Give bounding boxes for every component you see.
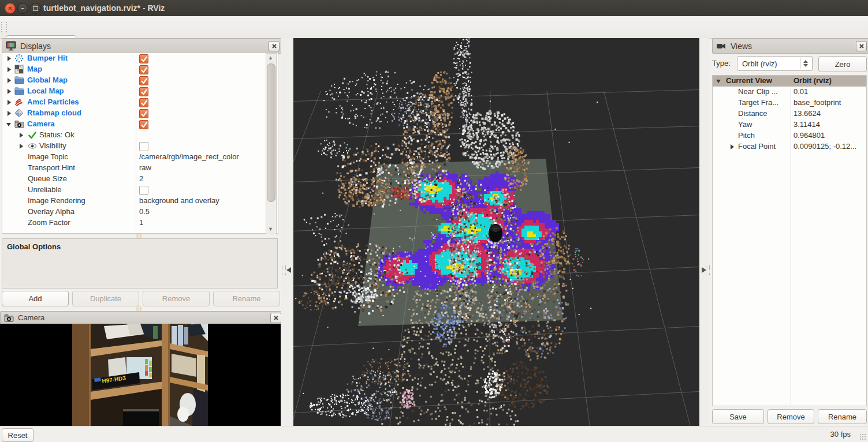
view-row-focal-point[interactable]: Focal Point0.0090125; -0.12... — [713, 141, 866, 152]
views-panel-title: Views — [731, 42, 752, 51]
display-row-local-map[interactable]: Local Map — [2, 86, 278, 97]
close-camera-icon[interactable] — [270, 313, 281, 323]
view-property-value[interactable]: 0.0090125; -0.12... — [794, 142, 856, 151]
views-panel-header[interactable]: Views — [712, 38, 868, 54]
global-options-label: Global Options — [7, 242, 61, 251]
property-row-queue-size[interactable]: Queue Size2 — [2, 174, 278, 185]
duplicate-display-button[interactable]: Duplicate — [72, 291, 139, 306]
view-property-value[interactable]: 3.11414 — [794, 120, 820, 129]
toolbar-grip[interactable] — [1, 22, 7, 32]
chevron-right-icon[interactable] — [6, 66, 12, 73]
property-value[interactable]: background and overlay — [139, 196, 219, 205]
property-label: Overlay Alpha — [28, 207, 74, 216]
maximize-window-button[interactable] — [30, 3, 41, 14]
scroll-up-icon[interactable]: ▲ — [268, 55, 273, 61]
scroll-down-icon[interactable]: ▼ — [268, 227, 273, 232]
save-view-button[interactable]: Save — [712, 409, 764, 424]
property-label: Unreliable — [28, 185, 62, 194]
display-row-camera[interactable]: Camera — [2, 119, 278, 130]
display-row-rtabmap-cloud[interactable]: Rtabmap cloud — [2, 108, 278, 119]
enabled-checkbox[interactable] — [139, 65, 148, 74]
display-label: Amcl Particles — [27, 98, 79, 106]
view-property-value[interactable]: 0.964801 — [794, 131, 825, 140]
chevron-down-icon[interactable] — [716, 78, 721, 84]
close-window-button[interactable]: ✕ — [5, 3, 16, 14]
view-row-yaw[interactable]: Yaw3.11414 — [713, 119, 866, 130]
property-row-zoom-factor[interactable]: Zoom Factor1 — [2, 218, 278, 229]
property-value[interactable]: 2 — [139, 174, 143, 183]
collapse-left-panel-icon[interactable] — [286, 267, 292, 274]
property-row-overlay-alpha[interactable]: Overlay Alpha0.5 — [2, 207, 278, 218]
enabled-checkbox[interactable] — [139, 98, 148, 107]
view-property-value[interactable]: Orbit (rviz) — [794, 76, 832, 85]
right-splitter[interactable] — [699, 38, 709, 426]
property-value[interactable]: raw — [139, 163, 151, 172]
view-type-select[interactable]: Orbit (rviz) — [737, 56, 813, 71]
chevron-right-icon[interactable] — [729, 144, 735, 150]
display-row-map[interactable]: Map — [2, 64, 278, 75]
chevron-right-icon[interactable] — [18, 132, 24, 138]
property-row-unreliable[interactable]: Unreliable — [2, 185, 278, 196]
property-label: Visibility — [39, 141, 66, 150]
chevron-right-icon[interactable] — [6, 77, 12, 84]
remove-view-button[interactable]: Remove — [768, 409, 814, 424]
property-value[interactable]: /camera/rgb/image_rect_color — [139, 152, 239, 161]
displays-column-separator[interactable] — [136, 54, 136, 233]
view-row-near-clip[interactable]: Near Clip ...0.01 — [713, 87, 866, 98]
property-value[interactable]: 0.5 — [139, 207, 150, 216]
left-splitter[interactable] — [281, 38, 293, 426]
add-display-button[interactable]: Add — [2, 291, 69, 306]
view-row-target-fra[interactable]: Target Fra...base_footprint — [713, 98, 866, 108]
chevron-right-icon[interactable] — [18, 143, 24, 149]
view-row-distance[interactable]: Distance13.6624 — [713, 108, 866, 119]
close-views-icon[interactable] — [856, 41, 867, 51]
scrollbar-thumb[interactable] — [267, 63, 275, 202]
displays-panel-title: Displays — [20, 42, 51, 51]
spinner-icons[interactable] — [800, 58, 810, 69]
displays-panel-header[interactable]: Displays — [2, 38, 282, 54]
view-property-value[interactable]: base_footprint — [794, 98, 841, 107]
views-column-separator[interactable] — [791, 87, 791, 404]
global-options-section[interactable]: Global Options — [2, 238, 278, 289]
remove-display-button[interactable]: Remove — [143, 291, 210, 306]
property-row-image-topic[interactable]: Image Topic/camera/rgb/image_rect_color — [2, 152, 278, 163]
enabled-checkbox[interactable] — [139, 109, 148, 118]
property-row-visibility[interactable]: Visibility — [2, 141, 278, 152]
view-row-pitch[interactable]: Pitch0.964801 — [713, 130, 866, 141]
property-value[interactable]: 1 — [139, 218, 143, 227]
view-property-value[interactable]: 13.6624 — [794, 109, 821, 118]
reset-button[interactable]: Reset — [2, 428, 33, 442]
zero-button[interactable]: Zero — [818, 56, 867, 72]
displays-icon — [6, 41, 16, 51]
camera-panel-header[interactable]: Camera — [0, 311, 284, 324]
enabled-checkbox[interactable] — [139, 87, 148, 96]
enabled-checkbox[interactable] — [139, 120, 148, 129]
view-row-current-view[interactable]: Current ViewOrbit (rviz) — [713, 76, 866, 87]
display-row-bumper-hit[interactable]: Bumper Hit — [2, 53, 278, 64]
rename-display-button[interactable]: Rename — [213, 291, 280, 306]
chevron-right-icon[interactable] — [6, 99, 12, 106]
property-row-status-ok[interactable]: Status: Ok — [2, 130, 278, 141]
enabled-checkbox[interactable] — [139, 76, 148, 85]
minimize-window-button[interactable]: − — [17, 3, 28, 14]
3d-viewport[interactable] — [293, 38, 699, 426]
chevron-down-icon[interactable] — [6, 121, 12, 128]
display-row-global-map[interactable]: Global Map — [2, 75, 278, 86]
property-row-image-rendering[interactable]: Image Renderingbackground and overlay — [2, 196, 278, 207]
unreliable-checkbox[interactable] — [139, 186, 148, 195]
resize-grip[interactable] — [859, 433, 866, 440]
chevron-right-icon[interactable] — [6, 55, 12, 62]
property-label: Zoom Factor — [28, 218, 70, 227]
close-displays-icon[interactable] — [269, 41, 280, 51]
property-row-transport-hint[interactable]: Transport Hintraw — [2, 163, 278, 174]
enabled-checkbox[interactable] — [139, 54, 148, 63]
chevron-right-icon[interactable] — [6, 88, 12, 95]
rename-view-button[interactable]: Rename — [818, 409, 867, 424]
chevron-right-icon[interactable] — [6, 110, 12, 117]
display-row-amcl-particles[interactable]: Amcl Particles — [2, 97, 278, 108]
view-property-value[interactable]: 0.01 — [794, 87, 808, 96]
window-title: turtlebot_navigation.rviz* - RViz — [43, 0, 165, 16]
displays-scrollbar[interactable]: ▲ ▼ — [266, 53, 277, 234]
visibility-checkbox[interactable] — [139, 142, 148, 151]
eye-icon — [28, 141, 38, 151]
